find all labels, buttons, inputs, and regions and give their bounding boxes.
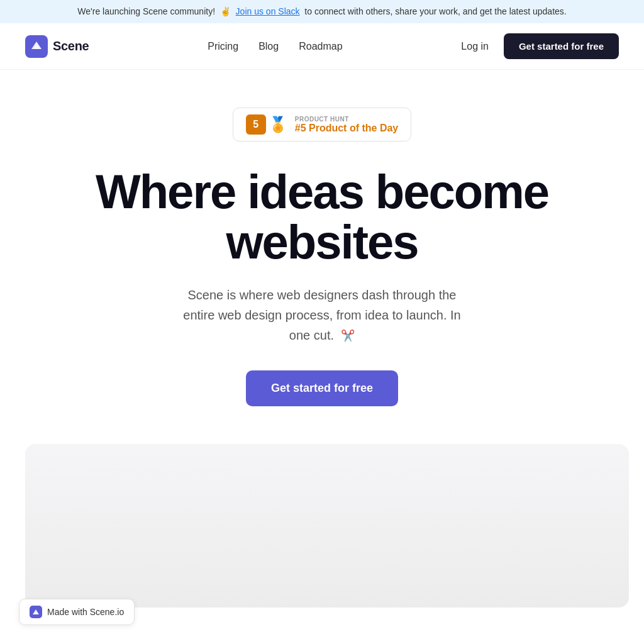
nav-roadmap[interactable]: Roadmap <box>299 41 342 52</box>
logo[interactable]: Scene <box>25 35 89 58</box>
hero-section: 5 🏅 PRODUCT HUNT #5 Product of the Day W… <box>0 70 644 633</box>
logo-text: Scene <box>53 39 89 53</box>
made-with-scene-badge[interactable]: Made with Scene.io <box>19 599 135 625</box>
nav-blog[interactable]: Blog <box>258 41 279 52</box>
scene-logo-icon <box>25 35 48 58</box>
hero-subtext-text: Scene is where web designers dash throug… <box>183 288 460 342</box>
app-preview <box>25 444 629 608</box>
ph-text: PRODUCT HUNT #5 Product of the Day <box>295 116 398 134</box>
scissors-icon: ✂️ <box>341 330 355 342</box>
hero-heading-line1: Where ideas become <box>96 165 548 218</box>
banner-text-before: We're launching Scene community! <box>77 6 215 16</box>
hero-subtext: Scene is where web designers dash throug… <box>171 285 473 345</box>
product-hunt-badge[interactable]: 5 🏅 PRODUCT HUNT #5 Product of the Day <box>233 108 411 142</box>
hero-heading-line2: websites <box>226 215 418 269</box>
nav-links: Pricing Blog Roadmap <box>208 41 342 52</box>
ph-number: 5 <box>246 114 266 135</box>
scene-small-logo-icon <box>30 606 42 618</box>
hero-heading: Where ideas become websites <box>96 167 548 267</box>
ph-medal-icon: 🏅 <box>269 116 287 133</box>
nav-pricing[interactable]: Pricing <box>208 41 238 52</box>
hero-cta-button[interactable]: Get started for free <box>246 370 398 406</box>
nav-right: Log in Get started for free <box>461 33 619 59</box>
top-banner: We're launching Scene community! ✌ Join … <box>0 0 644 23</box>
ph-label: PRODUCT HUNT <box>295 116 398 123</box>
banner-text-after: to connect with others, share your work,… <box>304 6 566 16</box>
ph-title: #5 Product of the Day <box>295 123 398 134</box>
navbar: Scene Pricing Blog Roadmap Log in Get st… <box>0 23 644 70</box>
login-button[interactable]: Log in <box>461 41 489 52</box>
made-with-scene-label: Made with Scene.io <box>47 607 124 617</box>
navbar-cta-button[interactable]: Get started for free <box>504 33 619 59</box>
slack-link[interactable]: Join us on Slack <box>236 6 300 16</box>
